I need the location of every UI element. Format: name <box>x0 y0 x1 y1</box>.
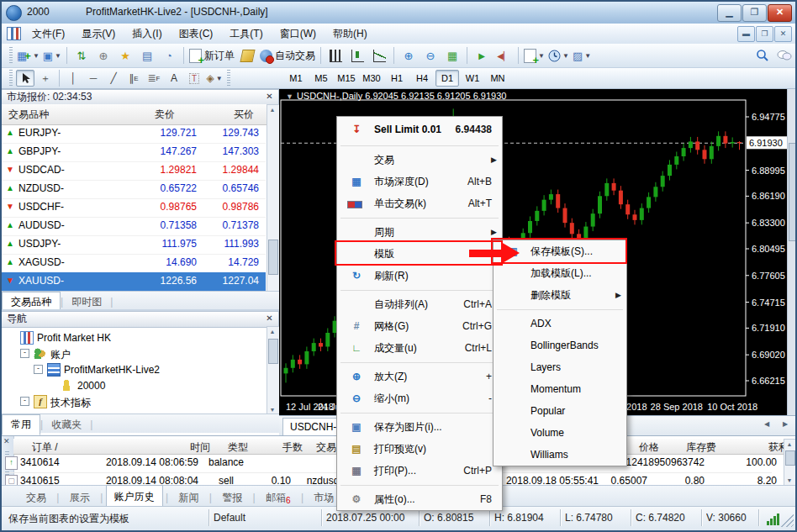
arrows-button[interactable]: ◈▼ <box>205 70 224 87</box>
auto-scroll-toggle[interactable]: ▶ <box>472 45 492 66</box>
metaeditor-button[interactable] <box>237 45 257 66</box>
terminal-column-swap[interactable]: 库存费 <box>661 440 716 455</box>
dropdown-caret-icon[interactable]: ▼ <box>538 52 545 60</box>
timeframe-w1-button[interactable]: W1 <box>461 70 484 87</box>
scroll-up-icon[interactable]: ▲ <box>267 107 277 113</box>
menu-item-print-preview[interactable]: ▤打印预览(v) <box>337 438 502 460</box>
scrollbar-thumb[interactable] <box>268 240 278 275</box>
terminal-tab-2[interactable]: 账户历史 <box>106 485 163 508</box>
timeframe-m1-button[interactable]: M1 <box>284 70 308 87</box>
navigator-close-icon[interactable]: ✕ <box>263 313 276 325</box>
horizontal-line-button[interactable]: ─ <box>84 70 103 87</box>
navigator-item-0[interactable]: Profit Market HK <box>2 329 262 345</box>
market-watch-column-0[interactable]: 交易品种 <box>8 108 49 122</box>
timeframe-d1-button[interactable]: D1 <box>435 70 459 87</box>
channel-button[interactable]: ∥E <box>124 70 143 87</box>
text-label-button[interactable]: T <box>185 70 203 87</box>
chat-button[interactable] <box>774 45 794 66</box>
market-watch-row-usdjpy[interactable]: ▲USDJPY-111.975111.993 <box>2 235 266 255</box>
candle-chart-button[interactable] <box>347 45 367 66</box>
fibonacci-button[interactable]: ≣F <box>145 70 163 87</box>
scroll-up-icon[interactable]: ▲ <box>267 329 277 334</box>
menu-item-tpl-williams[interactable]: Williams <box>494 444 626 466</box>
timeframe-m30-button[interactable]: M30 <box>360 70 383 87</box>
quick-trade-arrow-icon[interactable]: ▼ <box>286 92 293 101</box>
bar-chart-button[interactable] <box>325 45 346 66</box>
timeframe-m15-button[interactable]: M15 <box>335 70 358 87</box>
menu-item-zoom-out[interactable]: ⊖缩小(m)- <box>337 387 502 409</box>
terminal-column-lots[interactable]: 手数 <box>264 440 303 455</box>
menu-item-auto-arrange[interactable]: 自动排列(A)Ctrl+A <box>337 293 502 315</box>
menu-item-tpl-popular[interactable]: Popular <box>494 400 626 422</box>
profiles-button[interactable]: ▣▼ <box>42 45 62 66</box>
new-order-button[interactable]: 新订单 <box>188 45 235 66</box>
menubar-item-2[interactable]: 插入(I) <box>124 24 170 45</box>
scroll-down-icon[interactable]: ▼ <box>267 407 277 413</box>
terminal-column-type[interactable]: 类型 <box>214 440 262 455</box>
terminal-scrollbar[interactable]: ▲ ▼ <box>784 439 797 486</box>
timeframe-m5-button[interactable]: M5 <box>309 70 333 87</box>
market-watch-scrollbar[interactable]: ▲ ▼ <box>267 104 280 298</box>
market-watch-row-gbpjpy[interactable]: ▲GBPJPY-147.267147.303 <box>2 143 266 162</box>
indicators-button[interactable]: ▼ <box>523 45 546 66</box>
menubar-item-1[interactable]: 显示(V) <box>73 24 124 45</box>
menu-item-refresh[interactable]: ↻刷新(R) <box>337 265 502 287</box>
terminal-close-icon[interactable]: ✕ <box>3 437 10 445</box>
child-restore-button[interactable]: ❐ <box>756 26 773 42</box>
market-watch-close-icon[interactable]: ✕ <box>263 91 276 103</box>
dropdown-caret-icon[interactable]: ▼ <box>55 52 61 60</box>
menubar-item-0[interactable]: 文件(F) <box>24 24 73 45</box>
tab-scroll-left-icon[interactable]: ◀ <box>760 420 773 432</box>
menu-item-delete-template[interactable]: 删除模版▶ <box>494 284 626 306</box>
terminal-toggle[interactable]: ▤ <box>137 45 157 66</box>
market-watch-column-1[interactable]: 卖价 <box>155 108 175 122</box>
trendline-button[interactable]: ╱ <box>104 70 123 87</box>
minimize-button[interactable]: ▁ <box>717 4 742 22</box>
menu-item-grid[interactable]: #网格(G)Ctrl+G <box>337 315 502 337</box>
menu-item-tpl-adx[interactable]: ADX <box>494 313 626 334</box>
navigator-tab-1[interactable]: 收藏夹 <box>43 415 90 435</box>
menu-item-zoom-in[interactable]: ⊕放大(Z)+ <box>337 366 502 387</box>
menu-item-sell-limit[interactable]: ↧Sell Limit 0.016.94438 <box>337 117 502 142</box>
child-close-button[interactable]: ✕ <box>774 26 792 42</box>
workspace-scrollbar[interactable] <box>787 89 797 415</box>
terminal-column-order[interactable]: 订单 / <box>32 440 103 455</box>
navigator-item-4[interactable]: -f技术指标 <box>2 393 262 409</box>
menubar-item-4[interactable]: 工具(T) <box>221 24 271 45</box>
menu-item-volumes[interactable]: ∟成交量(u)Ctrl+L <box>337 337 502 359</box>
menu-item-print[interactable]: ▦打印(P)...Ctrl+P <box>337 460 502 482</box>
terminal-column-profit[interactable]: 获利 <box>718 440 789 455</box>
menubar-item-6[interactable]: 帮助(H) <box>325 24 376 45</box>
search-button[interactable] <box>752 45 773 66</box>
tree-expander-icon[interactable]: - <box>34 365 43 374</box>
crosshair-button[interactable]: ＋ <box>36 70 55 87</box>
navigator-item-1[interactable]: -账户 <box>2 345 262 361</box>
timeframe-h4-button[interactable]: H4 <box>410 70 434 87</box>
menu-item-load-template[interactable]: 加载模版(L)... <box>494 262 626 284</box>
timeframe-mn-button[interactable]: MN <box>486 70 509 87</box>
menubar-item-5[interactable]: 窗口(W) <box>272 24 325 45</box>
close-button[interactable]: ✕ <box>768 4 792 22</box>
scroll-up-icon[interactable]: ▲ <box>784 441 794 447</box>
market-watch-row-eurjpy[interactable]: ▲EURJPY-129.721129.743 <box>2 124 266 144</box>
new-chart-button[interactable]: ▦+▼ <box>16 45 40 66</box>
child-minimize-button[interactable]: ▬ <box>737 26 755 42</box>
zoom-in-button[interactable]: ⊕ <box>398 45 419 66</box>
menubar-item-3[interactable]: 图表(C) <box>171 24 222 45</box>
market-watch-row-audusd[interactable]: ▲AUDUSD-0.713580.71378 <box>2 217 266 236</box>
cursor-button[interactable] <box>16 70 34 87</box>
menu-item-properties[interactable]: ⚙属性(o)...F8 <box>337 488 502 510</box>
market-watch-column-2[interactable]: 买价 <box>234 108 254 122</box>
timeframe-h1-button[interactable]: H1 <box>385 70 409 87</box>
scroll-down-icon[interactable]: ▼ <box>784 477 794 483</box>
data-window-toggle[interactable]: ⊕ <box>93 45 113 66</box>
dropdown-caret-icon[interactable]: ▼ <box>216 75 223 82</box>
chart-shift-toggle[interactable]: ◀▏ <box>494 45 514 66</box>
autotrade-button[interactable]: 自动交易 <box>259 45 316 66</box>
text-button[interactable]: A <box>165 70 183 87</box>
scrollbar-thumb[interactable] <box>268 339 278 364</box>
menu-item-trade[interactable]: 交易▶ <box>337 149 502 171</box>
menu-item-one-click[interactable]: 单击交易(k)Alt+T <box>337 192 502 214</box>
vertical-line-button[interactable]: │ <box>64 70 82 87</box>
navigator-tab-0[interactable]: 常用 <box>2 414 40 435</box>
